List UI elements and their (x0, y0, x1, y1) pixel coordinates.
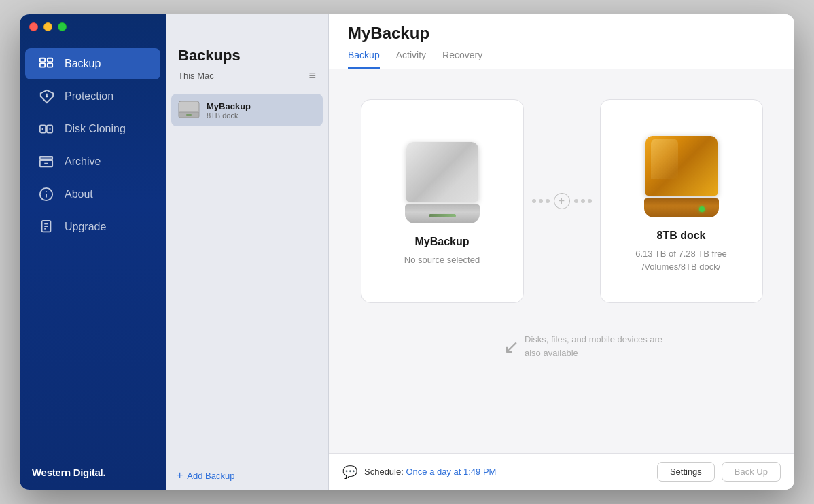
sidebar-nav: Backup Protection (20, 39, 166, 456)
svg-rect-23 (186, 114, 192, 116)
sidebar: Backup Protection (20, 14, 166, 490)
brand-text: Western Digital. (32, 467, 105, 478)
source-drive-card: MyBackup No source selected (361, 99, 524, 303)
add-backup-button[interactable]: + Add Backup (177, 469, 234, 482)
titlebar (20, 14, 794, 39)
backup-list-footer: + Add Backup (166, 461, 328, 490)
sidebar-label-about: About (65, 188, 93, 200)
content-footer: 💬 Schedule: Once a day at 1:49 PM Settin… (329, 453, 794, 490)
backup-list-panel: Backups This Mac ≡ MyBackup 8TB dock (166, 14, 329, 490)
gold-drive-body (645, 136, 718, 196)
menu-icon[interactable]: ≡ (308, 69, 316, 83)
backup-list-header: Backups (166, 39, 328, 67)
backup-list-subtitle-row: This Mac ≡ (166, 67, 328, 90)
sidebar-item-disk-cloning[interactable]: Disk Cloning (25, 113, 160, 145)
info-arrow-icon: ↙ (503, 336, 519, 359)
plus-icon: + (177, 469, 183, 482)
connector-dots-right (574, 199, 592, 203)
zoom-button[interactable] (58, 22, 67, 31)
connector-dot (581, 199, 585, 203)
about-icon (37, 185, 55, 203)
dest-drive-sub: 6.13 TB of 7.28 TB free /Volumes/8TB doc… (635, 247, 727, 274)
archive-icon (37, 153, 55, 170)
backup-items-list: MyBackup 8TB dock (166, 90, 328, 461)
sidebar-item-backup[interactable]: Backup (25, 48, 160, 79)
tab-backup[interactable]: Backup (348, 50, 380, 69)
connector-dots-left (532, 199, 550, 203)
backup-item-info: MyBackup 8TB dock (207, 101, 251, 120)
sidebar-item-protection[interactable]: Protection (25, 81, 160, 112)
backup-item-drive-icon (178, 99, 200, 121)
tab-recovery[interactable]: Recovery (442, 50, 482, 69)
dest-drive-sub-line1: 6.13 TB of 7.28 TB free (635, 249, 727, 259)
silver-drive-body (406, 142, 478, 202)
dest-drive-card: 8TB dock 6.13 TB of 7.28 TB free /Volume… (600, 99, 763, 303)
backup-list-title: Backups (178, 47, 241, 65)
info-note-text: Disks, files, and mobile devices are als… (525, 333, 674, 359)
schedule-static-label: Schedule: (364, 467, 404, 477)
footer-actions: Settings Back Up (657, 462, 781, 482)
svg-point-16 (46, 191, 47, 192)
sidebar-label-protection: Protection (65, 90, 113, 103)
gold-drive-base (644, 198, 719, 217)
connector-dot (532, 199, 536, 203)
sidebar-label-disk-cloning: Disk Cloning (65, 123, 126, 135)
drive-connector: + (524, 193, 600, 209)
main-content: MyBackup Backup Activity Recovery (329, 14, 794, 490)
sidebar-label-upgrade: Upgrade (65, 221, 106, 233)
silver-drive-graphic (405, 142, 480, 223)
silver-drive-base (405, 204, 480, 223)
brand: Western Digital. (20, 456, 166, 490)
info-note: ↙ Disks, files, and mobile devices are a… (402, 333, 775, 359)
schedule-label: Schedule: Once a day at 1:49 PM (364, 467, 496, 477)
backup-icon (37, 55, 55, 73)
connector-dot (574, 199, 578, 203)
svg-rect-3 (48, 63, 52, 67)
upgrade-icon (37, 218, 55, 236)
backup-button[interactable]: Back Up (722, 462, 781, 482)
connector-dot (539, 199, 543, 203)
sidebar-label-archive: Archive (65, 156, 101, 168)
settings-button[interactable]: Settings (657, 462, 715, 482)
tab-activity[interactable]: Activity (396, 50, 426, 69)
svg-rect-0 (40, 58, 45, 62)
backup-item-name: MyBackup (207, 101, 251, 111)
connector-plus-icon[interactable]: + (554, 193, 570, 209)
source-drive-sub: No source selected (404, 253, 480, 267)
svg-rect-2 (48, 58, 52, 62)
sidebar-item-about[interactable]: About (25, 179, 160, 210)
tabs: Backup Activity Recovery (348, 50, 775, 69)
silver-drive-stripe (429, 214, 456, 217)
backup-item-detail: 8TB dock (207, 111, 251, 120)
add-backup-label: Add Backup (187, 471, 234, 481)
sidebar-item-archive[interactable]: Archive (25, 146, 160, 177)
source-drive-name: MyBackup (414, 236, 469, 248)
backup-list-subtitle: This Mac (178, 71, 214, 81)
minimize-button[interactable] (43, 22, 52, 31)
svg-rect-11 (40, 157, 52, 160)
disk-cloning-icon (37, 120, 55, 138)
protection-icon (37, 88, 55, 105)
backup-list-item[interactable]: MyBackup 8TB dock (171, 94, 323, 126)
dest-drive-name: 8TB dock (656, 230, 705, 242)
sidebar-item-upgrade[interactable]: Upgrade (25, 211, 160, 242)
dest-drive-sub-line2: /Volumes/8TB dock/ (642, 262, 721, 272)
drives-row: MyBackup No source selected + (348, 86, 775, 317)
gold-drive-highlight (651, 139, 678, 179)
connector-dot (588, 199, 592, 203)
content-area: MyBackup No source selected + (329, 69, 794, 453)
svg-rect-1 (40, 63, 45, 67)
gold-drive-led (699, 206, 705, 212)
close-button[interactable] (29, 22, 38, 31)
source-drive-image (395, 135, 490, 230)
connector-dot (546, 199, 550, 203)
sidebar-label-backup: Backup (65, 58, 101, 70)
chat-icon: 💬 (342, 465, 357, 480)
dest-drive-image (634, 129, 729, 224)
gold-drive-graphic (644, 136, 719, 217)
schedule-value[interactable]: Once a day at 1:49 PM (406, 467, 496, 477)
